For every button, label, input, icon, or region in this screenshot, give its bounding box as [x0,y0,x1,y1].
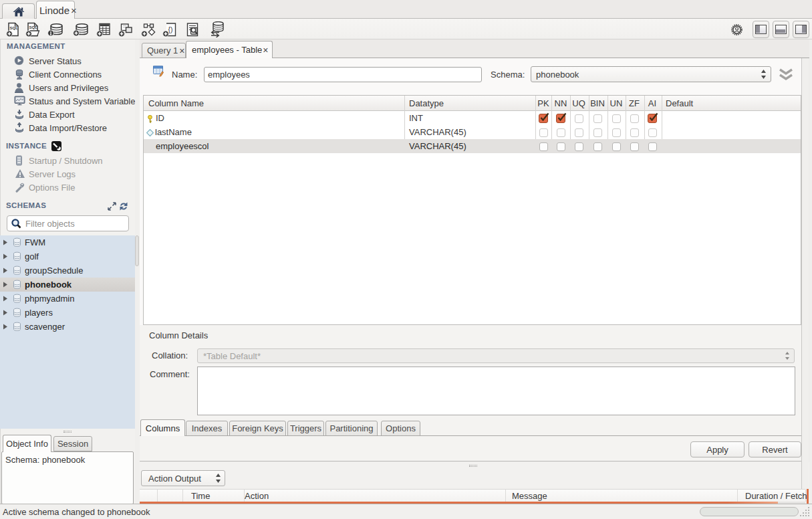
svg-text:{): {) [168,25,173,33]
